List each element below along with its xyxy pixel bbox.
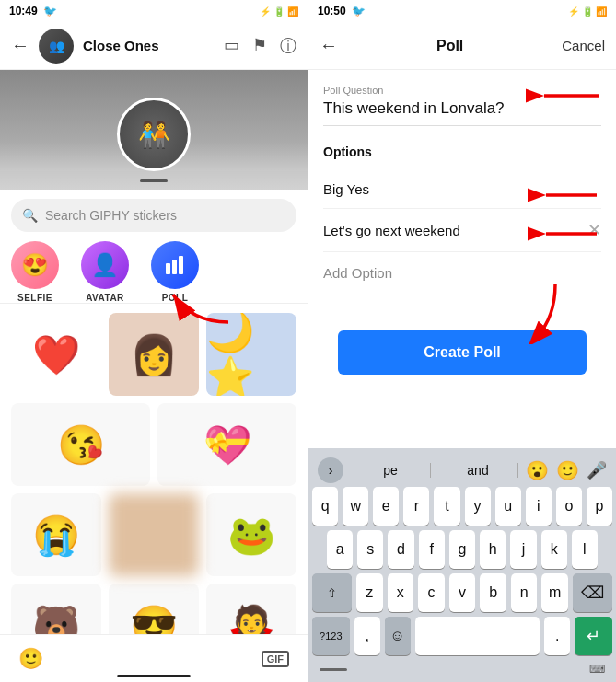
- comma-button[interactable]: ,: [354, 617, 380, 655]
- info-icon[interactable]: ⓘ: [280, 35, 296, 57]
- right-panel: 10:50 🐦 ⚡ 🔋 📶 ← Poll Cancel: [308, 0, 616, 682]
- key-y[interactable]: y: [465, 487, 491, 526]
- video-icon[interactable]: ▭: [224, 35, 239, 57]
- category-selfie[interactable]: 😍 SELFIE: [11, 241, 59, 303]
- shift-button[interactable]: ⇧: [312, 573, 352, 612]
- left-twitter-icon: 🐦: [43, 5, 57, 17]
- option-row-1[interactable]: Big Yes: [323, 170, 601, 209]
- sticker-cry[interactable]: 😭: [11, 493, 101, 576]
- sticker-blurred[interactable]: [109, 493, 199, 576]
- key-n[interactable]: n: [511, 573, 538, 612]
- sticker-tab-icon[interactable]: 🙂: [18, 647, 43, 671]
- sticker-grid: ❤️ 👩 🌙⭐ 😘 💝 😭 🐸 🐻 😎 🧛: [0, 313, 308, 634]
- keyboard-row-1: q w e r t y u i o p: [312, 487, 612, 526]
- progress-indicator: [140, 179, 168, 182]
- option-row-2[interactable]: Let's go next weekend ✕: [323, 209, 601, 252]
- left-bottom-bar: 🙂 GIF: [0, 634, 308, 682]
- question-text: This weekend in Lonvala?: [323, 99, 505, 118]
- search-bar[interactable]: 🔍 Search GIPHY stickers: [11, 199, 296, 232]
- search-input[interactable]: Search GIPHY stickers: [45, 208, 177, 223]
- key-w[interactable]: w: [343, 487, 368, 526]
- category-poll[interactable]: POLL: [151, 241, 199, 303]
- return-button[interactable]: ↵: [575, 617, 612, 655]
- sticker-frog[interactable]: 🐸: [206, 493, 296, 576]
- period-button[interactable]: .: [544, 617, 570, 655]
- key-c[interactable]: c: [418, 573, 445, 612]
- suggestion-pe[interactable]: pe: [351, 463, 431, 478]
- right-status-bar: 10:50 🐦 ⚡ 🔋 📶: [308, 0, 616, 22]
- key-d[interactable]: d: [388, 530, 413, 569]
- mic-button[interactable]: 🎤: [587, 460, 607, 480]
- keyboard-hide-icon[interactable]: ⌨: [589, 663, 605, 676]
- key-m[interactable]: m: [541, 573, 568, 612]
- key-g[interactable]: g: [449, 530, 475, 569]
- poll-title: Poll: [436, 38, 463, 54]
- top-bar-icons: ▭ ⚑ ⓘ: [224, 35, 296, 57]
- poll-back-button[interactable]: ←: [320, 35, 338, 56]
- right-twitter-icon: 🐦: [352, 5, 366, 17]
- key-b[interactable]: b: [480, 573, 506, 612]
- add-option-button[interactable]: Add Option: [323, 252, 601, 294]
- left-time: 10:49: [9, 5, 38, 17]
- emoji-keyboard-button[interactable]: ☺: [385, 617, 411, 655]
- expand-suggestions-button[interactable]: ›: [318, 457, 343, 483]
- key-p[interactable]: p: [587, 487, 612, 526]
- key-v[interactable]: v: [449, 573, 476, 612]
- key-q[interactable]: q: [312, 487, 338, 526]
- option-2-container: Let's go next weekend ✕: [323, 209, 601, 252]
- key-k[interactable]: k: [541, 530, 567, 569]
- sticker-dracula[interactable]: 🧛: [206, 584, 296, 634]
- create-poll-button[interactable]: Create Poll: [338, 330, 587, 375]
- key-a[interactable]: a: [327, 530, 353, 569]
- options-label: Options: [323, 144, 601, 159]
- left-status-bar: 10:49 🐦 ⚡ 🔋 📶: [0, 0, 308, 22]
- sticker-heart[interactable]: ❤️: [11, 313, 101, 396]
- backspace-button[interactable]: ⌫: [573, 573, 612, 612]
- home-indicator: [117, 675, 191, 677]
- svg-rect-0: [166, 263, 170, 274]
- option-2-text: Let's go next weekend: [323, 223, 580, 238]
- left-back-button[interactable]: ←: [11, 35, 29, 56]
- key-e[interactable]: e: [373, 487, 399, 526]
- key-j[interactable]: j: [510, 530, 536, 569]
- key-o[interactable]: o: [556, 487, 582, 526]
- poll-content: Poll Question This weekend in Lonvala? O…: [308, 70, 616, 448]
- key-s[interactable]: s: [357, 530, 383, 569]
- selfie-icon: 😍: [11, 241, 59, 289]
- poll-cancel-button[interactable]: Cancel: [562, 38, 605, 53]
- sticker-woman[interactable]: 👩: [109, 313, 199, 396]
- key-f[interactable]: f: [419, 530, 445, 569]
- gif-button[interactable]: GIF: [262, 651, 289, 667]
- key-u[interactable]: u: [495, 487, 521, 526]
- sticker-kiss[interactable]: 😘: [11, 403, 150, 486]
- space-button[interactable]: [415, 617, 540, 655]
- keyboard-suggestions: › pe and 😮 🙂 🎤: [312, 454, 612, 487]
- poll-label: POLL: [162, 293, 189, 303]
- key-z[interactable]: z: [356, 573, 383, 612]
- key-i[interactable]: i: [526, 487, 552, 526]
- keyboard-home-indicator: [320, 668, 347, 671]
- num-button[interactable]: ?123: [312, 617, 350, 655]
- right-status-icons: ⚡ 🔋 📶: [568, 6, 607, 17]
- question-input[interactable]: This weekend in Lonvala?: [323, 99, 601, 126]
- sticker-moon[interactable]: 🌙⭐: [206, 313, 296, 396]
- flag-icon[interactable]: ⚑: [252, 35, 267, 57]
- sticker-row-2: 😘 💝: [11, 403, 296, 486]
- key-t[interactable]: t: [434, 487, 459, 526]
- svg-rect-2: [179, 256, 183, 274]
- sticker-bear[interactable]: 🐻: [11, 584, 101, 634]
- keyboard-row-4: ?123 , ☺ . ↵: [312, 617, 612, 655]
- sticker-love[interactable]: 💝: [157, 403, 296, 486]
- group-image-area: 🧑‍🤝‍🧑: [0, 70, 308, 190]
- key-l[interactable]: l: [572, 530, 598, 569]
- category-avatar[interactable]: 👤 AVATAR: [81, 241, 129, 303]
- suggestion-and[interactable]: and: [438, 463, 518, 478]
- key-h[interactable]: h: [480, 530, 506, 569]
- key-x[interactable]: x: [388, 573, 414, 612]
- delete-option-2-button[interactable]: ✕: [587, 220, 601, 240]
- key-r[interactable]: r: [403, 487, 429, 526]
- emoji-2-button[interactable]: 🙂: [556, 459, 579, 481]
- sticker-sunglasses[interactable]: 😎: [109, 584, 199, 634]
- emoji-1-button[interactable]: 😮: [526, 459, 549, 481]
- group-avatar: 👥: [39, 29, 74, 64]
